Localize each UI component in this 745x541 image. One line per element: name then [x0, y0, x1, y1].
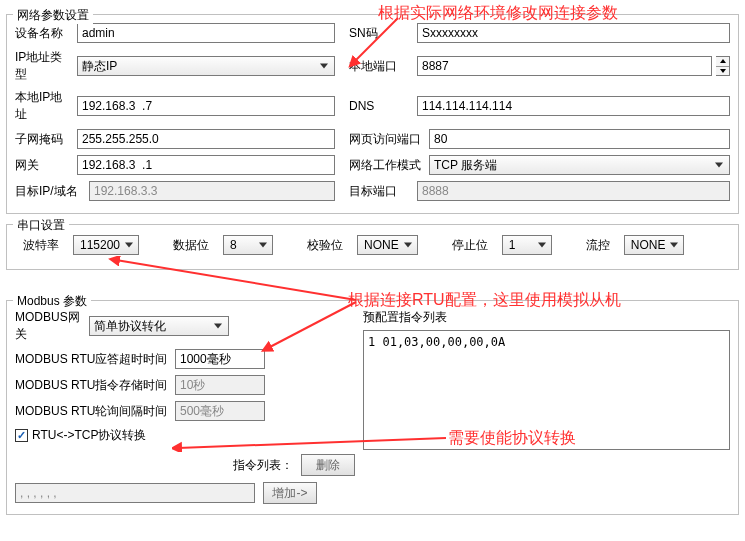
parity-select[interactable]: NONE	[357, 235, 418, 255]
modbus-legend: Modbus 参数	[13, 293, 91, 310]
flow-select[interactable]: NONE	[624, 235, 685, 255]
local-port-input[interactable]	[417, 56, 712, 76]
databits-label: 数据位	[173, 237, 209, 254]
serial-legend: 串口设置	[13, 217, 69, 234]
device-name-label: 设备名称	[15, 25, 71, 42]
modbus-gateway-select[interactable]: 简单协议转化	[89, 316, 229, 336]
stopbits-select[interactable]: 1	[502, 235, 552, 255]
target-ip-input	[89, 181, 335, 201]
net-mode-select[interactable]: TCP 服务端	[429, 155, 730, 175]
dns-input[interactable]	[417, 96, 730, 116]
target-ip-label: 目标IP/域名	[15, 183, 83, 200]
delete-button[interactable]: 删除	[301, 454, 355, 476]
ip-mode-select[interactable]: 静态IP	[77, 56, 335, 76]
mask-input[interactable]	[77, 129, 335, 149]
target-port-input	[417, 181, 730, 201]
annotation-network: 根据实际网络环境修改网连接参数	[378, 3, 618, 24]
rtu-tcp-label: RTU<->TCP协议转换	[32, 427, 146, 444]
ip-mode-label: IP地址类型	[15, 49, 71, 83]
annotation-rtu: 根据连接RTU配置，这里使用模拟从机	[348, 290, 621, 311]
flow-label: 流控	[586, 237, 610, 254]
stopbits-label: 停止位	[452, 237, 488, 254]
net-mode-label: 网络工作模式	[349, 157, 425, 174]
modbus-gateway-label: MODBUS网关	[15, 309, 89, 343]
cmd-store-input: 10秒	[175, 375, 265, 395]
cmd-list-label: 指令列表：	[233, 457, 293, 474]
target-port-label: 目标端口	[349, 183, 413, 200]
serial-fieldset: 串口设置 波特率 115200 数据位 8 校验位 NONE 停止位 1 流控 …	[6, 224, 739, 270]
baud-label: 波特率	[23, 237, 59, 254]
web-port-label: 网页访问端口	[349, 131, 425, 148]
parity-label: 校验位	[307, 237, 343, 254]
local-port-spinner[interactable]	[716, 56, 730, 76]
cmd-input	[15, 483, 255, 503]
gateway-input[interactable]	[77, 155, 335, 175]
baud-select[interactable]: 115200	[73, 235, 139, 255]
databits-select[interactable]: 8	[223, 235, 273, 255]
rtu-tcp-checkbox[interactable]	[15, 429, 28, 442]
preset-item[interactable]: 1 01,03,00,00,00,0A	[368, 335, 725, 349]
poll-interval-label: MODBUS RTU轮询间隔时间	[15, 403, 175, 420]
annotation-enable: 需要使能协议转换	[448, 428, 576, 449]
web-port-input[interactable]	[429, 129, 730, 149]
network-legend: 网络参数设置	[13, 7, 93, 24]
local-ip-label: 本地IP地址	[15, 89, 71, 123]
modbus-fieldset: Modbus 参数 MODBUS网关 简单协议转化 MODBUS RTU应答超时…	[6, 300, 739, 515]
sn-input[interactable]	[417, 23, 730, 43]
poll-interval-input: 500毫秒	[175, 401, 265, 421]
dns-label: DNS	[349, 99, 413, 113]
local-port-label: 本地端口	[349, 58, 413, 75]
gateway-label: 网关	[15, 157, 71, 174]
device-name-input[interactable]	[77, 23, 335, 43]
cmd-store-label: MODBUS RTU指令存储时间	[15, 377, 175, 394]
add-button[interactable]: 增加->	[263, 482, 317, 504]
network-fieldset: 网络参数设置 设备名称 SN码 IP地址类型 静态IP 本地端口 本地IP地址	[6, 14, 739, 214]
rtu-timeout-input[interactable]: 1000毫秒	[175, 349, 265, 369]
rtu-timeout-label: MODBUS RTU应答超时时间	[15, 351, 175, 368]
preset-label: 预配置指令列表	[363, 309, 730, 326]
local-ip-input[interactable]	[77, 96, 335, 116]
sn-label: SN码	[349, 25, 413, 42]
mask-label: 子网掩码	[15, 131, 71, 148]
